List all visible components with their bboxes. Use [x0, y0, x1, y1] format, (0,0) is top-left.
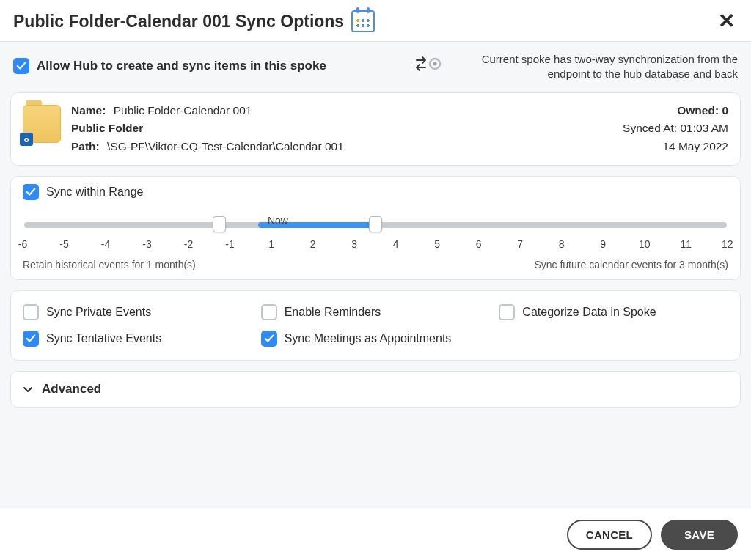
sync-future-text: Sync future calendar events for 3 month(…	[534, 259, 728, 270]
public-folder-icon: o	[23, 105, 61, 143]
dialog-header: Public Folder-Calendar 001 Sync Options …	[0, 0, 751, 42]
slider-tick: -5	[59, 238, 68, 250]
synced-date: 14 May 2022	[662, 140, 728, 152]
svg-point-1	[433, 62, 437, 66]
allow-sync-row: Allow Hub to create and sync items in th…	[13, 52, 326, 74]
owned-label: Owned:	[677, 104, 719, 117]
cancel-button[interactable]: CANCEL	[567, 520, 652, 550]
slider-tick: 10	[639, 238, 651, 250]
slider-tick: 2	[310, 238, 316, 250]
path-value: \SG-PF\Viktor-CQ-Test-Calendar\Calendar …	[107, 140, 344, 152]
sync-private-label: Sync Private Events	[46, 306, 151, 319]
slider-tick: -4	[101, 238, 110, 250]
sync-private-checkbox[interactable]	[23, 304, 39, 320]
slider-tick: 9	[600, 238, 606, 250]
dialog-body: Allow Hub to create and sync items in th…	[0, 42, 751, 509]
sync-meetings-checkbox[interactable]	[261, 331, 277, 347]
sync-tentative-label: Sync Tentative Events	[46, 332, 161, 345]
slider-tick: 1	[268, 238, 274, 250]
option-sync-meetings: Sync Meetings as Appointments	[261, 331, 491, 347]
categorize-label: Categorize Data in Spoke	[522, 306, 656, 319]
slider-thumb-left[interactable]	[213, 216, 226, 232]
spoke-info-card: o Name: Public Folder-Calendar 001 Publi…	[10, 92, 741, 166]
slider-tick: -6	[18, 238, 27, 250]
sync-options-card: Sync Private Events Enable Reminders Cat…	[10, 290, 741, 361]
slider-tick: -2	[184, 238, 193, 250]
allow-sync-checkbox[interactable]	[13, 58, 29, 74]
slider-tick: 5	[434, 238, 440, 250]
enable-reminders-label: Enable Reminders	[285, 306, 381, 319]
enable-reminders-checkbox[interactable]	[261, 304, 277, 320]
synced-label: Synced At:	[623, 122, 677, 134]
advanced-section[interactable]: Advanced	[10, 371, 741, 408]
sync-options-dialog: Public Folder-Calendar 001 Sync Options …	[0, 0, 751, 560]
spoke-info-right: Owned: 0 Synced At: 01:03 AM 14 May 2022	[623, 102, 728, 156]
sync-range-header: Sync within Range	[23, 184, 728, 200]
close-icon[interactable]: ✕	[715, 11, 738, 32]
two-way-sync-icon	[415, 52, 442, 75]
range-slider[interactable]: Now	[24, 218, 727, 231]
spoke-info-lines: Name: Public Folder-Calendar 001 Public …	[71, 102, 344, 156]
allow-sync-label: Allow Hub to create and sync items in th…	[37, 59, 326, 73]
name-value: Public Folder-Calendar 001	[114, 104, 252, 117]
categorize-checkbox[interactable]	[499, 304, 515, 320]
slider-tick: -1	[225, 238, 234, 250]
slider-tick: 6	[476, 238, 482, 250]
advanced-label: Advanced	[42, 382, 101, 397]
owned-value: 0	[722, 104, 728, 117]
slider-tick: 4	[393, 238, 399, 250]
option-sync-tentative: Sync Tentative Events	[23, 331, 252, 347]
sync-tentative-checkbox[interactable]	[23, 331, 39, 347]
option-enable-reminders: Enable Reminders	[261, 304, 491, 320]
dialog-title-wrap: Public Folder-Calendar 001 Sync Options	[13, 10, 375, 32]
slider-tick: 8	[559, 238, 565, 250]
dialog-title: Public Folder-Calendar 001 Sync Options	[13, 12, 344, 32]
slider-tick: 12	[722, 238, 733, 250]
type-label: Public Folder	[71, 122, 143, 134]
spoke-info-left: o Name: Public Folder-Calendar 001 Publi…	[23, 102, 344, 156]
sync-meetings-label: Sync Meetings as Appointments	[285, 332, 452, 345]
slider-tick: -3	[142, 238, 151, 250]
save-button[interactable]: SAVE	[661, 520, 738, 550]
now-label: Now	[268, 215, 288, 226]
slider-thumb-right[interactable]	[369, 216, 382, 232]
option-sync-private: Sync Private Events	[23, 304, 252, 320]
option-categorize: Categorize Data in Spoke	[499, 304, 728, 320]
calendar-icon	[351, 10, 375, 32]
sync-mode-description: Current spoke has two-way synchronizatio…	[452, 52, 738, 82]
synced-time: 01:03 AM	[681, 122, 729, 134]
range-notes: Retain historical events for 1 month(s) …	[23, 259, 728, 270]
retain-historical-text: Retain historical events for 1 month(s)	[23, 259, 196, 270]
slider-tick: 7	[517, 238, 523, 250]
chevron-down-icon	[23, 384, 33, 394]
sync-meta-row: Allow Hub to create and sync items in th…	[10, 52, 741, 92]
path-label: Path:	[71, 140, 100, 152]
sync-mode-wrap: Current spoke has two-way synchronizatio…	[415, 52, 738, 82]
sync-range-checkbox[interactable]	[23, 184, 39, 200]
slider-tick: 11	[680, 238, 692, 250]
slider-tick: 3	[351, 238, 357, 250]
sync-range-card: Sync within Range Now -6-5-4-3-2-1123456…	[10, 176, 741, 280]
dialog-footer: CANCEL SAVE	[0, 509, 751, 560]
sync-range-label: Sync within Range	[46, 185, 144, 199]
name-label: Name:	[71, 104, 106, 117]
